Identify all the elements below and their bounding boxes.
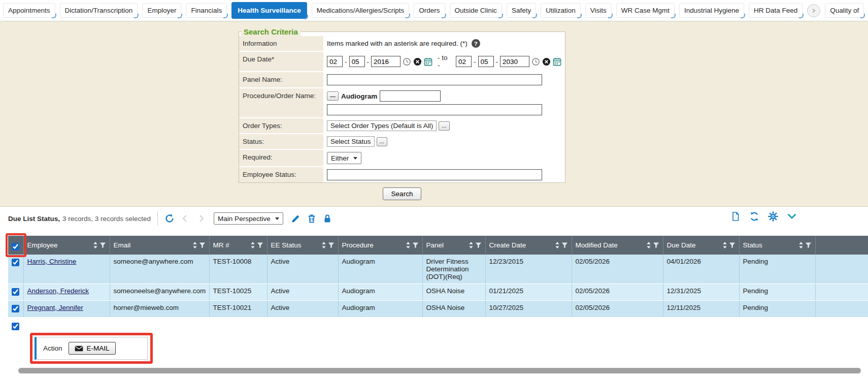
date-range-separator: - to - [438,54,451,69]
filter-icon[interactable] [653,242,659,248]
due-date-from-month-input[interactable] [327,56,343,67]
tab-quality-of[interactable]: Quality of [825,3,864,18]
new-document-icon[interactable] [730,211,741,222]
calendar-icon[interactable] [424,57,432,66]
more-tabs-icon[interactable] [807,4,820,17]
tab-health-surveillance[interactable]: Health Surveillance [231,2,307,19]
clock-icon[interactable] [403,57,411,66]
employee-link[interactable]: Pregnant, Jennifer [27,304,83,311]
employee-status-input[interactable] [327,169,542,180]
next-arrow-icon[interactable] [196,213,206,224]
required-select[interactable]: Either [327,152,361,164]
due-date-to-year-input[interactable] [500,56,529,67]
filter-icon[interactable] [99,242,106,248]
header-row: Employee Email MR # EE Status Procedure … [8,236,868,255]
employee-link[interactable]: Harris, Christine [27,258,77,265]
prev-arrow-icon[interactable] [180,213,190,224]
tab-employer[interactable]: Employer [142,3,181,18]
filter-icon[interactable] [328,242,335,248]
procedure-name-input[interactable] [327,104,542,115]
sort-icon[interactable] [406,241,411,249]
row-checkbox[interactable] [12,288,19,296]
tab-dictation-transcription[interactable]: Dictation/Transcription [60,3,138,18]
cell-due-date: 04/01/2026 [663,255,739,284]
tab-outside-clinic[interactable]: Outside Clinic [450,3,502,18]
refresh-icon[interactable] [749,211,759,222]
column-header-panel[interactable]: Panel [422,236,485,255]
sort-icon[interactable] [250,241,255,249]
clear-date-icon[interactable] [413,57,422,66]
reset-icon[interactable] [164,213,175,224]
due-date-from-day-input[interactable] [349,56,365,67]
information-label: Information [239,36,323,51]
clock-icon[interactable] [531,57,540,66]
row-checkbox[interactable] [12,305,19,312]
sort-icon[interactable] [798,241,804,249]
sort-icon[interactable] [722,241,727,249]
tab-medications-allergies-scripts[interactable]: Medications/Allergies/Scripts [312,3,410,18]
tab-visits[interactable]: Visits [585,3,612,18]
panel-name-input[interactable] [327,74,542,85]
column-header-employee[interactable]: Employee [23,236,110,255]
procedure-quantity-input[interactable] [380,90,441,102]
remove-procedure-button[interactable]: — [327,91,339,101]
column-header-ee-status[interactable]: EE Status [267,236,338,255]
lock-icon[interactable] [322,213,332,224]
clear-date-icon[interactable] [542,57,551,66]
status-label: Status: [239,134,323,149]
scrollbar-thumb[interactable] [18,368,861,373]
bottom-select-all-checkbox[interactable] [12,323,19,330]
due-date-to-month-input[interactable] [456,56,472,67]
status-browse-button[interactable]: ... [377,137,387,146]
filter-icon[interactable] [412,242,419,248]
delete-perspective-icon[interactable] [307,213,317,224]
sort-icon[interactable] [192,241,197,249]
column-label: Procedure [342,241,374,249]
filter-icon[interactable] [475,242,482,248]
tab-financials[interactable]: Financials [186,3,227,18]
tab-industrial-hygiene[interactable]: Industrial Hygiene [679,3,744,18]
status-value[interactable]: Select Status [327,136,375,147]
tab-safety[interactable]: Safety [507,3,536,18]
email-button[interactable]: E-MAIL [69,342,116,355]
employee-link[interactable]: Anderson, Frederick [27,287,89,295]
column-header-due-date[interactable]: Due Date [663,236,739,255]
gear-icon[interactable] [768,211,778,222]
row-checkbox[interactable] [12,259,19,266]
sort-icon[interactable] [646,241,651,249]
order-types-value[interactable]: Select Order Types (Default is All) [327,120,437,131]
due-date-from-year-input[interactable] [371,56,400,67]
column-header-email[interactable]: Email [110,236,209,255]
tab-wr-case-mgmt[interactable]: WR Case Mgmt [616,3,675,18]
horizontal-scrollbar[interactable] [18,368,860,373]
tab-hr-data-feed[interactable]: HR Data Feed [749,3,803,18]
sort-icon[interactable] [555,241,560,249]
filter-icon[interactable] [199,242,206,248]
tab-utilization[interactable]: Utilization [541,3,581,18]
sort-icon[interactable] [469,241,474,249]
column-header-mr[interactable]: MR # [209,236,267,255]
order-types-browse-button[interactable]: ... [439,121,449,131]
tab-appointments[interactable]: Appointments [3,3,55,18]
calendar-icon[interactable] [553,57,561,66]
filter-icon[interactable] [257,242,263,248]
filter-icon[interactable] [561,242,568,248]
select-all-checkbox[interactable] [12,243,19,250]
column-header-procedure[interactable]: Procedure [338,236,422,255]
column-header-status[interactable]: Status [739,236,815,255]
tab-orders[interactable]: Orders [414,3,445,18]
column-header-select-all [8,236,23,255]
column-header-create-date[interactable]: Create Date [485,236,572,255]
edit-perspective-icon[interactable] [291,213,301,224]
filter-icon[interactable] [805,242,812,248]
sort-icon[interactable] [321,241,326,249]
perspective-select[interactable]: Main Perspective [214,212,283,225]
filter-icon[interactable] [729,242,736,248]
search-button[interactable]: Search [383,187,422,200]
sort-icon[interactable] [93,241,98,249]
column-header-modified-date[interactable]: Modified Date [572,236,663,255]
cell-email: someoneelse@anywhere.com [110,284,209,301]
collapse-chevron-icon[interactable] [787,211,797,222]
due-date-to-day-input[interactable] [478,56,494,67]
help-icon[interactable]: ? [472,39,480,48]
